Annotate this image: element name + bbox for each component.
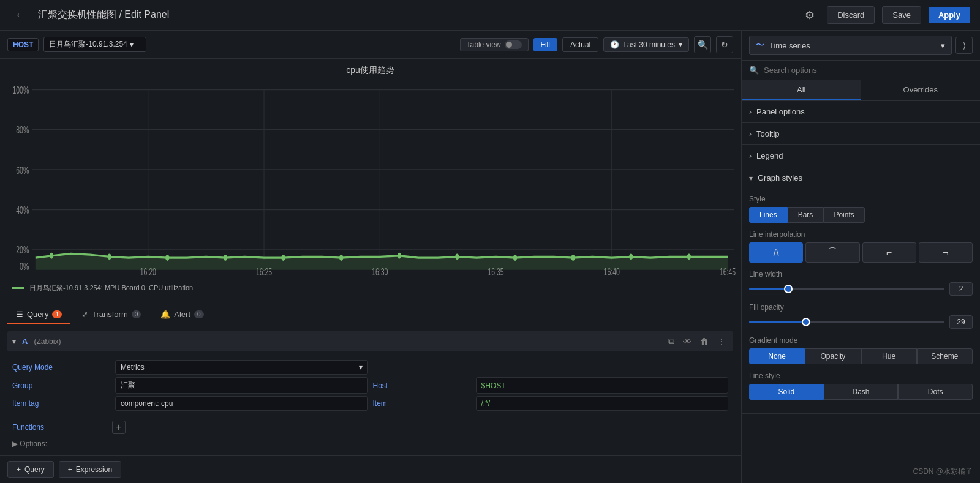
item-tag-label: Item tag bbox=[12, 396, 110, 411]
table-icon: ☰ bbox=[16, 310, 23, 319]
alert-badge: 0 bbox=[194, 310, 204, 318]
fill-opacity-value: 29 bbox=[949, 315, 973, 329]
svg-point-28 bbox=[339, 255, 343, 261]
delete-query-button[interactable]: 🗑 bbox=[698, 335, 711, 348]
tooltip-chevron: › bbox=[749, 130, 752, 138]
bars-button[interactable]: Bars bbox=[788, 207, 824, 223]
expand-icon: ⟩ bbox=[963, 41, 966, 50]
panel-type-header: 〜 Time series ▾ ⟩ bbox=[742, 31, 980, 61]
line-dash-button[interactable]: Dash bbox=[824, 384, 899, 400]
host-field-label: Host bbox=[373, 377, 471, 394]
tooltip-section[interactable]: › Tooltip bbox=[742, 123, 980, 145]
item-tag-input[interactable]: component: cpu bbox=[115, 396, 368, 411]
fill-opacity-fill bbox=[749, 321, 806, 323]
fill-button[interactable]: Fill bbox=[533, 38, 557, 51]
discard-button[interactable]: Discard bbox=[827, 6, 875, 24]
actual-button[interactable]: Actual bbox=[562, 37, 598, 52]
svg-point-27 bbox=[281, 255, 285, 261]
gradient-none-button[interactable]: None bbox=[749, 348, 805, 364]
page-title: 汇聚交换机性能图 / Edit Panel bbox=[38, 9, 169, 21]
line-style-button-group: Solid Dash Dots bbox=[749, 384, 973, 400]
item-label: Item bbox=[373, 396, 471, 411]
query-source: (Zabbix) bbox=[34, 337, 61, 346]
time-range-picker[interactable]: 🕐 Last 30 minutes ▾ bbox=[603, 37, 689, 52]
options-label: ▶ Options: bbox=[12, 440, 47, 448]
query-label: A bbox=[22, 337, 28, 346]
fill-opacity-row: Fill opacity 29 bbox=[749, 303, 973, 329]
options-row[interactable]: ▶ Options: bbox=[7, 436, 733, 451]
line-width-fill bbox=[749, 288, 788, 290]
all-overrides-tabs: All Overrides bbox=[742, 80, 980, 101]
tab-all[interactable]: All bbox=[742, 80, 861, 100]
left-panel: HOST 日月鸟汇聚-10.91.3.254 ▾ Table view Fill… bbox=[0, 31, 741, 483]
points-button[interactable]: Points bbox=[823, 207, 864, 223]
watermark: CSDN @水彩橘子 bbox=[913, 466, 973, 477]
gradient-mode-label: Gradient mode bbox=[749, 336, 973, 345]
refresh-button[interactable]: ↻ bbox=[716, 36, 733, 53]
more-options-button[interactable]: ⋮ bbox=[715, 335, 728, 348]
table-view-pill bbox=[505, 40, 522, 49]
item-input[interactable]: /.*/ bbox=[476, 396, 729, 411]
line-dots-button[interactable]: Dots bbox=[898, 384, 973, 400]
tab-alert[interactable]: 🔔 Alert 0 bbox=[152, 305, 212, 324]
add-query-icon: + bbox=[17, 465, 21, 474]
interp-linear-button[interactable]: /\ bbox=[749, 242, 803, 263]
settings-button[interactable]: ⚙ bbox=[800, 6, 820, 24]
alert-icon: 🔔 bbox=[160, 310, 170, 319]
panel-type-selector[interactable]: 〜 Time series ▾ bbox=[749, 36, 952, 55]
interp-step-after-button[interactable]: ¬ bbox=[919, 242, 973, 263]
add-query-button[interactable]: + Query bbox=[7, 461, 54, 478]
svg-point-33 bbox=[629, 253, 633, 260]
tab-query[interactable]: ☰ Query 1 bbox=[7, 305, 70, 324]
add-function-button[interactable]: + bbox=[112, 421, 126, 434]
line-solid-button[interactable]: Solid bbox=[749, 384, 824, 400]
legend-title: Legend bbox=[756, 151, 783, 160]
tab-overrides[interactable]: Overrides bbox=[861, 80, 981, 100]
group-input[interactable]: 汇聚 bbox=[115, 377, 368, 394]
add-expr-icon: + bbox=[68, 465, 72, 474]
panel-options-section[interactable]: › Panel options bbox=[742, 101, 980, 123]
panel-type-icon: 〜 bbox=[756, 40, 764, 51]
svg-text:100%: 100% bbox=[12, 85, 29, 96]
refresh-icon: ↻ bbox=[721, 40, 728, 50]
host-input[interactable]: $HOST bbox=[476, 377, 729, 394]
zoom-icon: 🔍 bbox=[698, 40, 708, 50]
apply-button[interactable]: Apply bbox=[929, 7, 970, 23]
interp-smooth-button[interactable]: ⌒ bbox=[805, 242, 859, 263]
host-selector[interactable]: 日月鸟汇聚-10.91.3.254 ▾ bbox=[43, 37, 146, 52]
svg-text:40%: 40% bbox=[16, 205, 29, 216]
line-width-thumb[interactable] bbox=[784, 285, 793, 293]
query-mode-select[interactable]: Metrics ▾ bbox=[115, 360, 368, 375]
table-view-toggle[interactable]: Table view bbox=[460, 38, 529, 51]
top-bar: ← 汇聚交换机性能图 / Edit Panel ⚙ Discard Save A… bbox=[0, 0, 980, 31]
svg-text:20%: 20% bbox=[16, 245, 29, 256]
svg-text:0%: 0% bbox=[20, 261, 29, 272]
fill-opacity-label: Fill opacity bbox=[749, 303, 973, 312]
gradient-hue-button[interactable]: Hue bbox=[861, 348, 917, 364]
group-label: Group bbox=[12, 377, 110, 394]
panel-options-chevron: › bbox=[749, 108, 752, 116]
lines-button[interactable]: Lines bbox=[749, 207, 788, 223]
search-input[interactable] bbox=[764, 66, 973, 75]
svg-point-24 bbox=[108, 253, 111, 260]
zoom-button[interactable]: 🔍 bbox=[694, 36, 711, 53]
bottom-toolbar: + Query + Expression bbox=[0, 455, 741, 483]
toggle-visibility-button[interactable]: 👁 bbox=[680, 335, 694, 348]
query-tabs: ☰ Query 1 ⤢ Transform 0 🔔 Alert 0 bbox=[0, 302, 741, 326]
panel-options-title: Panel options bbox=[756, 107, 805, 116]
gradient-opacity-button[interactable]: Opacity bbox=[805, 348, 861, 364]
copy-query-button[interactable]: ⧉ bbox=[666, 335, 677, 348]
expand-panel-button[interactable]: ⟩ bbox=[956, 37, 973, 54]
gradient-mode-row: Gradient mode None Opacity Hue Scheme bbox=[749, 336, 973, 364]
graph-styles-content: Style Lines Bars Points Line interpolati… bbox=[742, 189, 980, 414]
fill-opacity-thumb[interactable] bbox=[802, 318, 810, 326]
save-button[interactable]: Save bbox=[882, 6, 921, 24]
graph-styles-section[interactable]: ▾ Graph styles bbox=[742, 167, 980, 189]
tab-transform[interactable]: ⤢ Transform 0 bbox=[73, 305, 149, 324]
interp-step-before-button[interactable]: ⌐ bbox=[862, 242, 916, 263]
add-expression-button[interactable]: + Expression bbox=[59, 461, 121, 478]
query-expand-btn[interactable]: ▾ bbox=[12, 337, 16, 346]
gradient-scheme-button[interactable]: Scheme bbox=[917, 348, 973, 364]
back-button[interactable]: ← bbox=[10, 6, 31, 24]
legend-section[interactable]: › Legend bbox=[742, 145, 980, 167]
